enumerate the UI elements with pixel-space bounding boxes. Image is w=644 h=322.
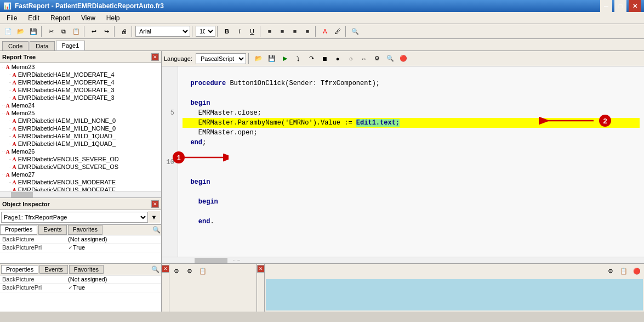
tree-area[interactable]: ·· A Memo23 ·· A EMRDiabeticHAEM_MODERAT…: [0, 63, 161, 191]
tree-item[interactable]: ·· A EMRDiabeticHAEM_MODERATE_3: [7, 86, 161, 94]
goto-line-button[interactable]: ↔: [358, 53, 370, 65]
maximize-button[interactable]: □: [614, 0, 626, 12]
step-into-button[interactable]: ⤵: [292, 53, 304, 65]
obj-search-button[interactable]: 🔍: [151, 225, 161, 235]
menu-file[interactable]: File: [2, 13, 21, 23]
tree-item-label: EMRDiabeticVENOUS_MODERATE: [18, 179, 116, 185]
bm-btn1[interactable]: ⚙: [170, 265, 183, 277]
tree-item-label: EMRDiabeticVENOUS_SEVERE_OD: [18, 156, 119, 162]
align-left-button[interactable]: ≡: [264, 25, 276, 37]
br-btn2[interactable]: 📋: [618, 265, 630, 277]
save-script-button[interactable]: 💾: [266, 53, 278, 65]
menu-report[interactable]: Report: [46, 13, 75, 23]
bottom-tab-events[interactable]: Events: [39, 265, 68, 274]
align-right-button[interactable]: ≡: [289, 25, 301, 37]
tree-item[interactable]: ·· A EMRDiabeticHAEM_MILD_1QUAD_: [7, 132, 161, 140]
tree-item-label: EMRDiabeticHAEM_MODERATE_3: [18, 87, 115, 93]
menu-view[interactable]: View: [77, 13, 100, 23]
bottom-search-button[interactable]: 🔍: [150, 264, 160, 274]
prop-value: True: [73, 244, 159, 251]
tree-item[interactable]: ·· A EMRDiabeticHAEM_MODERATE_4: [7, 78, 161, 86]
find-button[interactable]: 🔍: [384, 53, 396, 65]
obj-select[interactable]: Page1: TfrxReportPage: [1, 212, 148, 223]
tab-code[interactable]: Code: [2, 41, 29, 50]
italic-button[interactable]: I: [233, 25, 246, 37]
report-tree-close[interactable]: ✕: [151, 53, 159, 61]
tree-item[interactable]: ·· A EMRDiabeticVENOUS_MODERATE: [7, 178, 161, 186]
br-btn3[interactable]: 🔴: [631, 265, 643, 277]
font-color-button[interactable]: A: [319, 25, 331, 37]
tree-item[interactable]: ·· A EMRDiabeticHAEM_MODERATE_3: [7, 94, 161, 101]
tree-item[interactable]: ·· A Memo24: [0, 101, 161, 109]
redo-button[interactable]: ↪: [100, 25, 112, 37]
tree-item-label: Memo27: [12, 171, 35, 178]
bottom-left-close[interactable]: ✕: [162, 265, 169, 273]
tree-item[interactable]: ·· A EMRDiabeticVENOUS_MODERATE: [7, 186, 161, 191]
code-h-scrollbar[interactable]: ······: [162, 257, 644, 263]
tree-item[interactable]: ·· A EMRDiabeticVENOUS_SEVERE_OD: [7, 155, 161, 163]
print-button[interactable]: 🖨: [118, 25, 130, 37]
code-line: [183, 148, 640, 157]
tree-h-scrollbar[interactable]: [0, 191, 161, 197]
bottom-tab-favorites[interactable]: Favorites: [69, 265, 104, 274]
toggle-breakpoint-button[interactable]: ●: [332, 53, 344, 65]
obj-inspector-close[interactable]: ✕: [151, 200, 159, 208]
tree-item[interactable]: ·· A EMRDiabeticVENOUS_SEVERE_OS: [7, 163, 161, 171]
copy-button[interactable]: ⧉: [58, 25, 70, 37]
minimize-button[interactable]: ─: [600, 0, 612, 12]
bold-button[interactable]: B: [221, 25, 233, 37]
prop-name: BackPicture: [2, 236, 68, 242]
font-dropdown[interactable]: Arial: [135, 26, 190, 37]
font-size-dropdown[interactable]: 10: [196, 26, 215, 37]
paste-button[interactable]: 📋: [70, 25, 82, 37]
language-select[interactable]: PascalScript: [196, 53, 246, 64]
obj-tab-favorites[interactable]: Favorites: [68, 225, 102, 235]
new-button[interactable]: 📄: [2, 25, 14, 37]
zoom-button[interactable]: 🔍: [349, 25, 361, 37]
tree-item[interactable]: ·· A EMRDiabeticHAEM_MILD_1QUAD_: [7, 140, 161, 148]
tree-item[interactable]: ·· A Memo26: [0, 148, 161, 155]
save-button[interactable]: 💾: [27, 25, 39, 37]
underline-button[interactable]: U: [246, 25, 258, 37]
obj-tab-properties[interactable]: Properties: [0, 225, 37, 235]
tab-data[interactable]: Data: [30, 41, 54, 50]
bottom-tab-properties[interactable]: Properties: [1, 265, 38, 274]
undo-button[interactable]: ↩: [88, 25, 100, 37]
code-editor[interactable]: 5 10 procedure Button1OnClic: [162, 66, 644, 257]
annotation-arrow-2: [533, 115, 599, 127]
step-over-button[interactable]: ↷: [305, 53, 317, 65]
tab-page1[interactable]: Page1: [56, 41, 86, 50]
tree-item[interactable]: ·· A EMRDiabeticHAEM_MILD_NONE_0: [7, 117, 161, 125]
stop-button[interactable]: ⏹: [318, 53, 330, 65]
obj-dropdown-arrow[interactable]: ▼: [148, 211, 160, 223]
tree-item[interactable]: ·· A EMRDiabeticHAEM_MILD_NONE_0: [7, 125, 161, 132]
run-button[interactable]: ▶: [279, 53, 291, 65]
tree-item[interactable]: ·· A Memo27: [0, 171, 161, 178]
open-button[interactable]: 📂: [15, 25, 27, 37]
clear-breakpoints-button[interactable]: ○: [345, 53, 357, 65]
debug-button[interactable]: 🔴: [397, 53, 409, 65]
menu-edit[interactable]: Edit: [24, 13, 44, 23]
report-tree-title: Report Tree: [2, 54, 36, 60]
menu-help[interactable]: Help: [102, 13, 124, 23]
cut-button[interactable]: ✂: [45, 25, 57, 37]
code-content[interactable]: procedure Button1OnClick(Sender: TfrxCom…: [178, 66, 644, 257]
open-script-button[interactable]: 📂: [253, 53, 265, 65]
bm-btn2[interactable]: ⚙: [184, 265, 196, 277]
close-window-button[interactable]: ✕: [629, 0, 641, 12]
align-justify-button[interactable]: ≡: [301, 25, 314, 37]
settings-button[interactable]: ⚙: [371, 53, 383, 65]
align-center-button[interactable]: ≡: [276, 25, 288, 37]
highlight-button[interactable]: 🖊: [332, 25, 344, 37]
sep4: [132, 26, 134, 37]
bm-btn3[interactable]: 📋: [197, 265, 209, 277]
br-btn1[interactable]: ⚙: [605, 265, 617, 277]
tree-item[interactable]: ·· A EMRDiabeticHAEM_MODERATE_4: [7, 71, 161, 78]
tree-item[interactable]: ·· A Memo23: [0, 63, 161, 71]
bottom-mid-close[interactable]: ✕: [257, 265, 265, 273]
scrollbar-thumb[interactable]: [11, 192, 33, 197]
sep8: [315, 26, 317, 37]
code-scrollbar-thumb[interactable]: [195, 258, 227, 263]
obj-tab-events[interactable]: Events: [38, 225, 67, 235]
tree-item[interactable]: ·· A Memo25: [0, 109, 161, 117]
